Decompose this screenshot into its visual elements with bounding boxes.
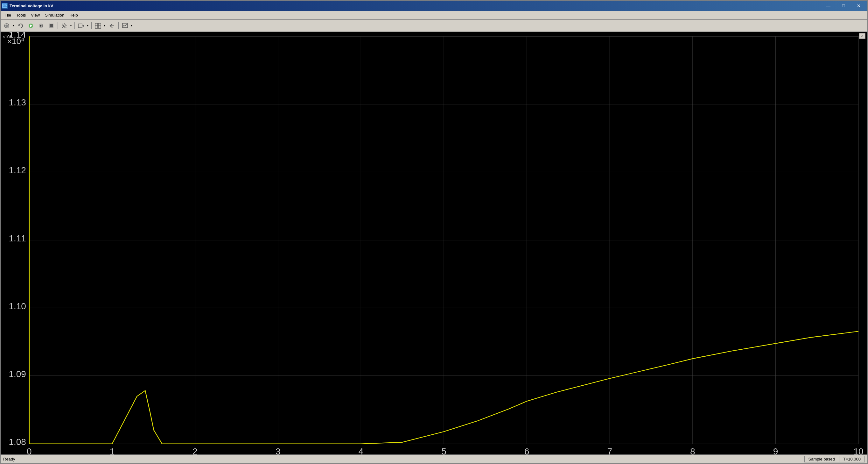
svg-text:1.10: 1.10	[8, 301, 26, 311]
close-button[interactable]: ✕	[851, 1, 866, 10]
toolbar: ▼	[1, 20, 867, 32]
title-bar-controls: — □ ✕	[821, 1, 866, 10]
svg-rect-15	[78, 24, 82, 28]
status-right: Sample based T=10.000	[804, 456, 865, 462]
menu-simulation[interactable]: Simulation	[42, 12, 67, 19]
window-title: Terminal Voltage in kV	[9, 3, 54, 8]
svg-rect-19	[95, 26, 98, 28]
main-window: Terminal Voltage in kV — □ ✕ File Tools …	[0, 0, 868, 464]
new-dropdown-arrow[interactable]: ▼	[11, 24, 15, 27]
plot-svg: 1.14 1.13 1.12 1.11 1.10 1.09 1.08 ×10⁴ …	[1, 32, 867, 455]
chart-tool-group: ▼	[120, 21, 134, 30]
refresh-button[interactable]	[16, 21, 26, 30]
title-bar: Terminal Voltage in kV — □ ✕	[1, 1, 867, 11]
new-button[interactable]	[2, 21, 11, 30]
back-button[interactable]	[107, 21, 117, 30]
svg-text:×10⁴: ×10⁴	[7, 37, 24, 46]
menu-help[interactable]: Help	[67, 12, 81, 19]
svg-rect-13	[50, 24, 53, 27]
svg-text:2: 2	[192, 447, 197, 455]
svg-rect-18	[98, 23, 101, 26]
maximize-button[interactable]: □	[836, 1, 851, 10]
svg-text:1.13: 1.13	[8, 98, 26, 107]
svg-point-14	[63, 25, 65, 27]
step-button[interactable]	[36, 21, 46, 30]
chart-button[interactable]	[120, 21, 130, 30]
svg-rect-20	[98, 26, 101, 28]
status-text: Ready	[3, 457, 15, 461]
input-dropdown-arrow[interactable]: ▼	[86, 24, 90, 27]
title-bar-left: Terminal Voltage in kV	[2, 3, 54, 8]
stop-button[interactable]	[46, 21, 56, 30]
zoom-dropdown-arrow[interactable]: ▼	[103, 24, 106, 27]
zoom-button[interactable]	[93, 21, 103, 30]
svg-text:9: 9	[773, 447, 778, 455]
svg-rect-0	[3, 4, 7, 7]
svg-text:8: 8	[690, 447, 695, 455]
minimize-button[interactable]: —	[821, 1, 836, 10]
svg-text:1.11: 1.11	[8, 233, 26, 243]
menu-tools[interactable]: Tools	[14, 12, 28, 19]
status-time: T=10.000	[839, 456, 865, 462]
svg-text:1.09: 1.09	[8, 369, 26, 379]
zoom-tool-group: ▼	[93, 21, 106, 30]
menu-view[interactable]: View	[28, 12, 42, 19]
status-bar: Ready Sample based T=10.000	[1, 455, 867, 463]
separator-3	[91, 22, 92, 29]
input-tool-group: ▼	[76, 21, 90, 30]
play-button[interactable]	[26, 21, 36, 30]
status-mode: Sample based	[804, 456, 839, 462]
svg-text:4: 4	[359, 447, 364, 455]
svg-rect-17	[95, 23, 98, 26]
new-tool-group: ▼	[2, 21, 15, 30]
svg-text:6: 6	[524, 447, 529, 455]
svg-text:0: 0	[27, 447, 32, 455]
settings-button[interactable]	[60, 21, 69, 30]
chart-dropdown-arrow[interactable]: ▼	[130, 24, 134, 27]
separator-1	[58, 22, 58, 29]
expand-button[interactable]: ⤢	[859, 33, 865, 39]
svg-rect-11	[42, 25, 43, 27]
svg-text:10: 10	[854, 447, 863, 455]
separator-4	[118, 22, 119, 29]
settings-tool-group: ▼	[60, 21, 73, 30]
svg-text:1: 1	[110, 447, 115, 455]
input-button[interactable]	[76, 21, 86, 30]
svg-rect-22	[123, 23, 128, 28]
separator-2	[74, 22, 75, 29]
svg-text:1.08: 1.08	[8, 437, 26, 447]
svg-text:3: 3	[276, 447, 281, 455]
settings-dropdown-arrow[interactable]: ▼	[69, 24, 73, 27]
svg-text:5: 5	[441, 447, 446, 455]
menu-file[interactable]: File	[2, 12, 14, 19]
menu-bar: File Tools View Simulation Help	[1, 11, 867, 20]
plot-area: ⤢ ×10⁴	[1, 32, 867, 455]
svg-point-2	[5, 25, 8, 27]
svg-text:1.12: 1.12	[8, 165, 26, 175]
window-icon	[2, 3, 8, 8]
svg-text:7: 7	[607, 447, 612, 455]
